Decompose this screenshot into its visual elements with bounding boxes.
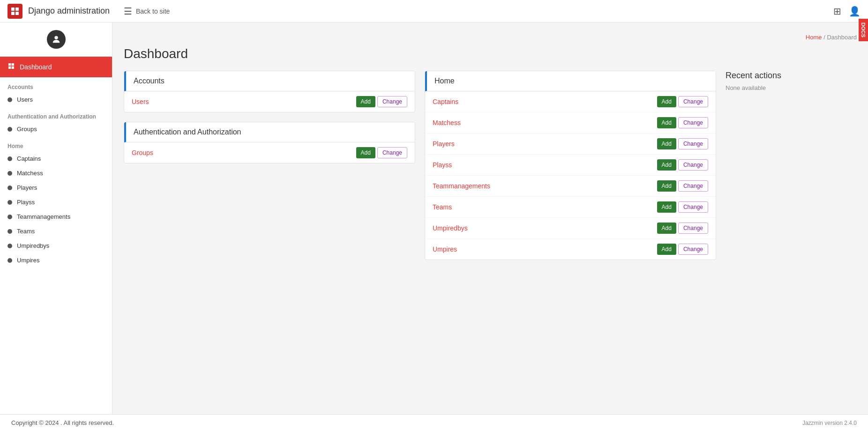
accounts-card-title: Accounts xyxy=(134,77,407,85)
svg-point-4 xyxy=(54,36,58,39)
home-umpires-add-button[interactable]: Add xyxy=(657,244,676,255)
home-teammanagements-link[interactable]: Teammanagements xyxy=(433,182,490,190)
home-card-header: Home xyxy=(425,71,716,91)
sidebar-item-matchess[interactable]: Matchess xyxy=(0,166,112,180)
sidebar-item-groups[interactable]: Groups xyxy=(0,122,112,136)
avatar xyxy=(47,30,66,49)
home-umpiredbys-add-button[interactable]: Add xyxy=(657,223,676,234)
dot-icon xyxy=(7,258,12,263)
home-matchess-link[interactable]: Matchess xyxy=(433,119,461,126)
layout: Dashboard Accounts Users Authentication … xyxy=(0,22,868,414)
dot-icon xyxy=(7,200,12,205)
dot-icon xyxy=(7,127,12,132)
svg-rect-0 xyxy=(11,7,15,11)
home-players-link[interactable]: Players xyxy=(433,140,455,148)
home-teammanagements-change-button[interactable]: Change xyxy=(678,180,708,192)
sidebar-playss-label: Playss xyxy=(17,199,35,206)
topbar-brand: Django administration xyxy=(7,4,120,19)
accounts-card-body: Users Add Change xyxy=(124,91,415,112)
auth-groups-actions: Add Change xyxy=(356,147,407,158)
sidebar-item-umpires[interactable]: Umpires xyxy=(0,253,112,268)
home-players-change-button[interactable]: Change xyxy=(678,138,708,149)
left-column: Accounts Users Add Change xyxy=(124,71,415,163)
sidebar-captains-label: Captains xyxy=(17,155,41,162)
home-teams-link[interactable]: Teams xyxy=(433,203,452,211)
home-umpiredbys-change-button[interactable]: Change xyxy=(678,223,708,234)
sidebar-item-teammanagements[interactable]: Teammanagements xyxy=(0,209,112,224)
home-umpires-change-button[interactable]: Change xyxy=(678,244,708,255)
sidebar-item-playss[interactable]: Playss xyxy=(0,195,112,209)
accounts-card-header: Accounts xyxy=(124,71,415,91)
table-row: Umpires Add Change xyxy=(425,239,716,260)
auth-card-header: Authentication and Authorization xyxy=(124,122,415,142)
sidebar-groups-label: Groups xyxy=(17,126,37,133)
main-content: Home / Dashboard Dashboard Accounts User… xyxy=(112,22,868,414)
topbar: Django administration ☰ Back to site ⊞ 👤 xyxy=(0,0,868,22)
dot-icon xyxy=(7,97,12,102)
home-card-body: Captains Add Change Matchess Add Change xyxy=(425,91,716,260)
sidebar-nav: Dashboard Accounts Users Authentication … xyxy=(0,57,112,414)
sidebar-item-captains[interactable]: Captains xyxy=(0,151,112,166)
home-matchess-change-button[interactable]: Change xyxy=(678,117,708,128)
home-playss-add-button[interactable]: Add xyxy=(657,159,676,171)
home-teammanagements-add-button[interactable]: Add xyxy=(657,180,676,192)
side-tab[interactable]: DOCS xyxy=(859,19,868,41)
home-umpiredbys-link[interactable]: Umpiredbys xyxy=(433,224,468,232)
recent-actions-panel: Recent actions None available xyxy=(726,71,857,91)
sidebar-avatar-section xyxy=(0,22,112,57)
breadcrumb-home-link[interactable]: Home xyxy=(806,34,822,41)
middle-column: Home Captains Add Change Matchess xyxy=(425,71,716,260)
dot-icon xyxy=(7,186,12,190)
accounts-users-change-button[interactable]: Change xyxy=(377,96,407,107)
sidebar-players-label: Players xyxy=(17,184,37,191)
breadcrumb-current: Dashboard xyxy=(827,34,857,41)
app-logo xyxy=(7,4,22,19)
hamburger-icon[interactable]: ☰ xyxy=(124,6,132,17)
sidebar-item-dashboard[interactable]: Dashboard xyxy=(0,57,112,77)
auth-groups-link[interactable]: Groups xyxy=(132,149,153,156)
svg-rect-2 xyxy=(11,12,15,15)
home-playss-link[interactable]: Playss xyxy=(433,161,452,169)
auth-groups-add-button[interactable]: Add xyxy=(356,147,375,158)
home-matchess-add-button[interactable]: Add xyxy=(657,117,676,128)
dot-icon xyxy=(7,156,12,161)
home-players-actions: Add Change xyxy=(657,138,708,149)
accounts-users-link[interactable]: Users xyxy=(132,98,149,105)
home-teammanagements-actions: Add Change xyxy=(657,180,708,192)
back-to-site-link[interactable]: Back to site xyxy=(136,7,170,15)
home-captains-link[interactable]: Captains xyxy=(433,98,458,105)
table-row: Captains Add Change xyxy=(425,91,716,112)
topbar-nav: ☰ Back to site xyxy=(120,6,833,17)
accounts-users-add-button[interactable]: Add xyxy=(356,96,375,107)
home-playss-actions: Add Change xyxy=(657,159,708,171)
dot-icon xyxy=(7,229,12,234)
home-playss-change-button[interactable]: Change xyxy=(678,159,708,171)
footer-copyright: Copyright © 2024 . All rights reserved. xyxy=(11,419,114,426)
home-players-add-button[interactable]: Add xyxy=(657,138,676,149)
home-captains-change-button[interactable]: Change xyxy=(678,96,708,107)
sidebar-item-umpiredbys[interactable]: Umpiredbys xyxy=(0,238,112,253)
sidebar-teams-label: Teams xyxy=(17,228,35,235)
svg-rect-1 xyxy=(15,7,19,11)
dot-icon xyxy=(7,171,12,176)
home-teams-actions: Add Change xyxy=(657,201,708,213)
content-grid: Accounts Users Add Change xyxy=(124,71,857,260)
user-icon[interactable]: 👤 xyxy=(849,6,861,17)
sidebar-item-teams[interactable]: Teams xyxy=(0,224,112,238)
auth-card-body: Groups Add Change xyxy=(124,142,415,163)
sidebar-users-label: Users xyxy=(17,96,33,103)
sidebar-item-players[interactable]: Players xyxy=(0,180,112,195)
home-umpiredbys-actions: Add Change xyxy=(657,223,708,234)
svg-rect-3 xyxy=(15,12,19,15)
home-captains-add-button[interactable]: Add xyxy=(657,96,676,107)
grid-icon[interactable]: ⊞ xyxy=(833,6,841,17)
home-teams-add-button[interactable]: Add xyxy=(657,201,676,213)
dashboard-label: Dashboard xyxy=(20,63,52,71)
home-card: Home Captains Add Change Matchess xyxy=(425,71,716,260)
home-teams-change-button[interactable]: Change xyxy=(678,201,708,213)
accounts-users-actions: Add Change xyxy=(356,96,407,107)
table-row: Umpiredbys Add Change xyxy=(425,218,716,239)
home-umpires-link[interactable]: Umpires xyxy=(433,245,457,253)
sidebar-item-users[interactable]: Users xyxy=(0,92,112,107)
auth-groups-change-button[interactable]: Change xyxy=(377,147,407,158)
